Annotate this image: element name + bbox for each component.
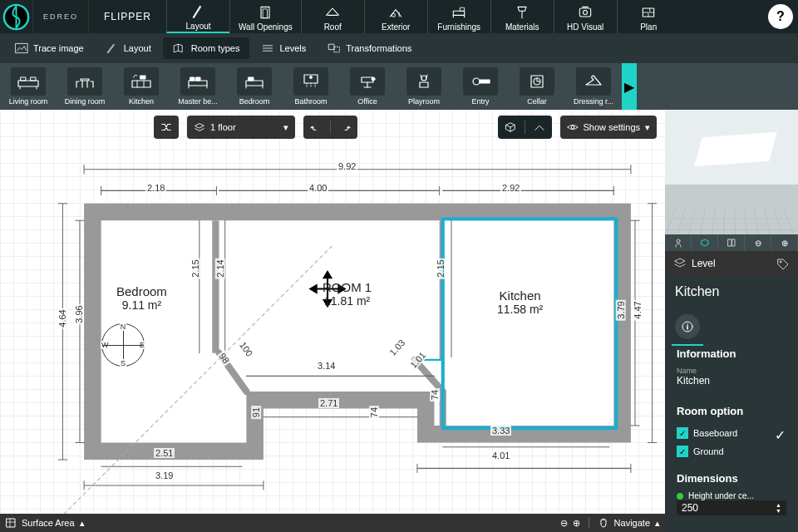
room-label-kitchen: Kitchen 11.58 m²: [497, 288, 543, 316]
compass: N S W E: [101, 323, 145, 367]
svg-rect-3: [392, 14, 395, 17]
zoom-out-icon[interactable]: ⊖: [560, 518, 568, 529]
svg-rect-1: [261, 7, 269, 17]
svg-rect-10: [329, 44, 334, 49]
selected-room-name: Kitchen: [665, 276, 798, 308]
tag-icon[interactable]: [776, 258, 790, 269]
redo-icon: [339, 121, 351, 133]
navigate-label[interactable]: Navigate: [614, 518, 650, 528]
room-label-room1: ROOM 1 11.81 m²: [323, 280, 372, 308]
svg-rect-39: [728, 239, 732, 246]
svg-rect-37: [7, 519, 15, 527]
show-settings[interactable]: Show settings▾: [560, 116, 657, 139]
zoom-in-icon[interactable]: ⊕: [573, 518, 580, 529]
svg-rect-6: [580, 8, 591, 17]
roomtype-bathroom[interactable]: Bathroom: [283, 63, 339, 110]
roomtype-playroom[interactable]: Playroom: [396, 63, 452, 110]
svg-rect-18: [189, 81, 207, 86]
tab-trace-image[interactable]: Trace image: [5, 37, 94, 59]
roomtype-living-room[interactable]: Living room: [0, 63, 57, 110]
view-tool-1[interactable]: [665, 234, 692, 251]
zoom-in-button[interactable]: ⊕: [771, 234, 798, 251]
nav-layout[interactable]: Layout: [166, 0, 229, 33]
svg-rect-34: [212, 220, 219, 352]
scroll-right-button[interactable]: ▶: [622, 63, 637, 110]
roomtype-bedroom[interactable]: Bedroom: [226, 63, 283, 110]
undo-icon: [310, 121, 322, 133]
svg-point-33: [571, 126, 574, 129]
view3d-toggle[interactable]: [498, 116, 552, 139]
layers-icon: [194, 121, 205, 133]
room-label-bedroom: Bedroom 9.11 m²: [116, 284, 167, 312]
nav-roof[interactable]: Roof: [301, 0, 364, 33]
zoom-out-button[interactable]: ⊖: [745, 234, 771, 251]
svg-point-28: [421, 76, 426, 81]
svg-rect-9: [16, 43, 27, 52]
roomtype-dressing-room[interactable]: Dressing r...: [565, 63, 622, 110]
svg-rect-2: [264, 9, 268, 18]
roomtype-entry[interactable]: Entry: [452, 63, 509, 110]
svg-point-38: [677, 239, 680, 243]
opt-extra-1[interactable]: ✓: [775, 427, 786, 439]
floorplan-canvas[interactable]: 1 floor ▾ Show settings▾: [0, 110, 665, 532]
brand-name: EDREO: [33, 0, 89, 33]
svg-rect-16: [132, 81, 150, 87]
nav-wall-openings[interactable]: Wall Openings: [229, 0, 301, 33]
svg-rect-22: [249, 77, 254, 81]
svg-rect-4: [454, 11, 465, 15]
svg-rect-12: [18, 81, 38, 86]
view-tool-2[interactable]: [692, 234, 718, 251]
room-types-bar: Living room Dining room Kitchen Master b…: [0, 63, 798, 110]
svg-point-29: [473, 78, 480, 85]
eye-icon: [567, 121, 579, 133]
svg-rect-17: [140, 76, 145, 79]
surface-area-label[interactable]: Surface Area: [22, 518, 75, 528]
opt-baseboard[interactable]: ✓Baseboard: [677, 427, 737, 439]
level-icon: [673, 258, 687, 269]
undo-redo[interactable]: [303, 116, 357, 139]
nav-exterior[interactable]: Exterior: [364, 0, 427, 33]
surface-icon: [5, 517, 17, 529]
panel-header: Level: [665, 251, 798, 276]
project-name: FLIPPER: [89, 0, 166, 33]
svg-rect-27: [420, 82, 428, 87]
help-button[interactable]: ?: [768, 4, 793, 29]
floor-select[interactable]: 1 floor ▾: [187, 116, 295, 139]
logo[interactable]: [0, 0, 33, 33]
svg-rect-5: [461, 7, 465, 11]
svg-point-26: [372, 77, 375, 81]
nav-furnishings[interactable]: Furnishings: [427, 0, 490, 33]
tab-levels[interactable]: Levels: [251, 37, 316, 59]
roomtype-dining-room[interactable]: Dining room: [57, 63, 113, 110]
roomtype-master-bedroom[interactable]: Master be...: [170, 63, 226, 110]
svg-rect-40: [732, 239, 735, 246]
view-tool-3[interactable]: [718, 234, 745, 251]
room-name-value[interactable]: Kitchen: [677, 375, 786, 387]
roomtype-kitchen[interactable]: Kitchen: [113, 63, 170, 110]
svg-point-24: [310, 76, 313, 79]
svg-point-41: [780, 261, 781, 263]
floorplan-svg: [50, 118, 665, 528]
hand-icon[interactable]: [598, 517, 609, 529]
roomtype-office[interactable]: Office: [339, 63, 396, 110]
tab-transformations[interactable]: Transformations: [318, 37, 421, 59]
height-input[interactable]: 250▲▼: [677, 500, 786, 515]
tab-room-types[interactable]: Room types: [163, 37, 250, 59]
opt-ground[interactable]: ✓Ground: [677, 446, 724, 457]
svg-rect-19: [190, 77, 195, 81]
preview-3d[interactable]: [665, 110, 798, 234]
info-tab[interactable]: [675, 314, 700, 339]
svg-rect-20: [196, 77, 200, 81]
nav-materials[interactable]: Materials: [490, 0, 554, 33]
opt-extra-2[interactable]: [775, 446, 786, 457]
nav-hd-visual[interactable]: HD Visual: [554, 0, 617, 33]
tab-layout[interactable]: Layout: [96, 37, 161, 59]
svg-rect-11: [334, 47, 339, 52]
roomtype-cellar[interactable]: Cellar: [509, 63, 565, 110]
svg-rect-21: [246, 81, 263, 86]
shuffle-button[interactable]: [154, 116, 179, 139]
nav-plan[interactable]: Plan: [617, 0, 680, 33]
svg-point-7: [584, 11, 588, 15]
